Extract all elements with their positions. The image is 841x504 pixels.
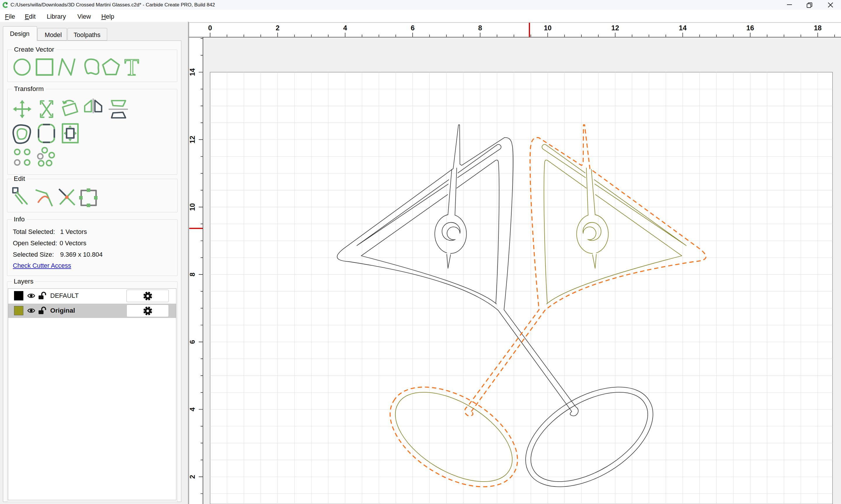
svg-text:18: 18 — [814, 24, 822, 32]
svg-text:4: 4 — [343, 24, 347, 32]
svg-text:6: 6 — [411, 24, 414, 32]
svg-text:0: 0 — [208, 24, 212, 32]
svg-text:10: 10 — [544, 24, 552, 32]
svg-text:T: T — [124, 54, 139, 80]
svg-text:12: 12 — [189, 136, 196, 144]
svg-text:8: 8 — [478, 24, 482, 32]
svg-text:16: 16 — [746, 24, 754, 32]
svg-text:14: 14 — [189, 68, 196, 76]
svg-text:14: 14 — [679, 24, 687, 32]
svg-text:6: 6 — [189, 340, 196, 344]
svg-text:2: 2 — [189, 475, 196, 479]
svg-text:8: 8 — [189, 272, 196, 276]
svg-text:2: 2 — [276, 24, 279, 32]
svg-text:12: 12 — [611, 24, 619, 32]
svg-text:10: 10 — [189, 203, 196, 211]
svg-text:4: 4 — [189, 407, 196, 411]
